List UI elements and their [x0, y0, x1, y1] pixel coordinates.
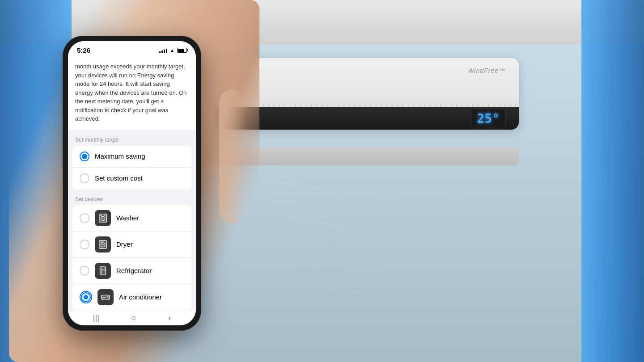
ac-brand-label: WindFree™	[468, 67, 505, 74]
nav-bar: ||| ○ ‹	[68, 311, 196, 325]
svg-rect-10	[100, 266, 106, 274]
ac-airflow	[215, 152, 581, 331]
device-radio-ac[interactable]	[80, 291, 92, 303]
ac-grille: 25°	[215, 107, 519, 130]
device-item-washer[interactable]: Washer	[72, 205, 191, 232]
ac-icon-wrap	[97, 289, 114, 305]
svg-point-5	[104, 215, 105, 216]
device-radio-dryer[interactable]	[80, 240, 89, 249]
device-item-ac[interactable]: Air conditioner	[72, 284, 191, 310]
curtain-left	[0, 0, 72, 362]
radio-max-saving-circle[interactable]	[80, 152, 89, 161]
battery-fill	[178, 49, 184, 52]
svg-rect-4	[101, 215, 102, 216]
svg-rect-9	[101, 241, 104, 242]
device-radio-refrigerator[interactable]	[80, 266, 89, 276]
device-radio-ac-inner	[81, 292, 91, 302]
radio-item-max-saving[interactable]: Maximum saving	[72, 146, 191, 168]
ac-temperature-display: 25°	[471, 109, 505, 128]
svg-point-3	[102, 218, 104, 219]
ac-body: WindFree™ 25°	[215, 58, 519, 130]
device-radio-washer[interactable]	[80, 213, 89, 223]
device-label-dryer: Dryer	[116, 240, 184, 248]
battery-icon	[177, 48, 187, 53]
screen-content[interactable]: month usage exceeds your monthly target,…	[68, 56, 196, 311]
wifi-icon: ▲	[169, 47, 175, 54]
refrigerator-icon-wrap	[95, 263, 111, 279]
device-label-ac: Air conditioner	[119, 293, 184, 301]
device-label-washer: Washer	[116, 214, 184, 222]
nav-recent-apps-icon[interactable]: |||	[93, 313, 99, 323]
signal-bar-2	[161, 51, 163, 53]
washer-icon	[98, 213, 108, 223]
radio-custom-cost-label: Set custom cost	[95, 174, 143, 182]
status-icons: ▲	[159, 47, 187, 54]
set-devices-section-header: Set devices	[68, 193, 196, 205]
phone-screen: 5:26 ▲ month	[68, 41, 196, 325]
monthly-target-options: Maximum saving Set custom cost	[72, 146, 191, 189]
nav-home-icon[interactable]: ○	[131, 313, 136, 323]
monthly-target-section-header: Set monthly target	[68, 133, 196, 146]
radio-custom-cost-circle[interactable]	[80, 173, 89, 183]
nav-back-icon[interactable]: ‹	[168, 313, 171, 323]
curtain-right	[581, 0, 644, 362]
refrigerator-icon	[98, 266, 108, 276]
signal-bars-icon	[159, 48, 167, 53]
status-time: 5:26	[77, 46, 90, 54]
ac-device-icon	[101, 292, 110, 302]
dryer-icon	[98, 240, 108, 249]
radio-item-custom-cost[interactable]: Set custom cost	[72, 168, 191, 189]
signal-bar-4	[166, 49, 167, 53]
phone: 5:26 ▲ month	[63, 36, 201, 331]
washer-icon-wrap	[95, 210, 111, 226]
phone-frame: 5:26 ▲ month	[63, 36, 201, 331]
device-item-refrigerator[interactable]: Refrigerator	[72, 258, 191, 284]
devices-list: Washer	[72, 205, 191, 310]
device-item-dryer[interactable]: Dryer	[72, 232, 191, 258]
ac-unit: WindFree™ 25°	[215, 58, 519, 147]
status-bar: 5:26 ▲	[68, 41, 196, 56]
description-text: month usage exceeds your monthly target,…	[75, 62, 189, 123]
device-label-refrigerator: Refrigerator	[116, 267, 184, 274]
radio-max-saving-label: Maximum saving	[95, 152, 145, 160]
signal-bar-1	[159, 51, 161, 53]
dryer-icon-wrap	[95, 236, 111, 253]
signal-bar-3	[164, 50, 165, 53]
description-block: month usage exceeds your monthly target,…	[68, 56, 196, 130]
